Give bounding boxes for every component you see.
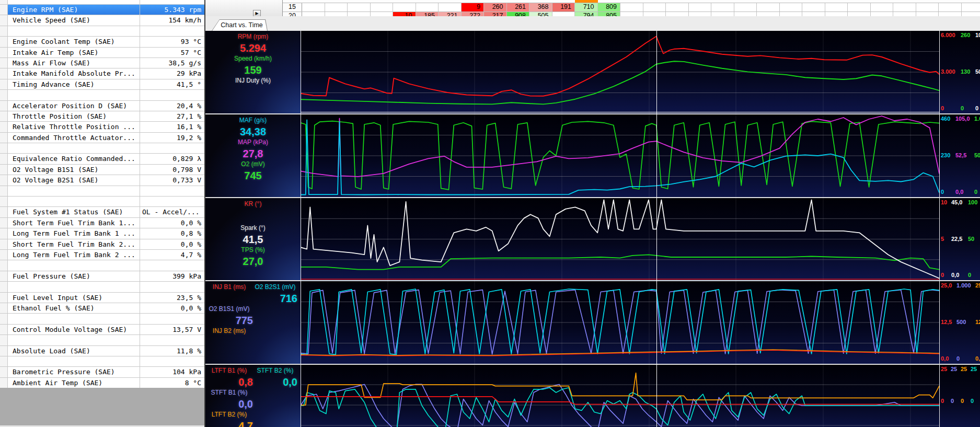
- table-row[interactable]: Control Module Voltage (SAE)13,57 V: [0, 325, 204, 335]
- chart-strip: INJ B1 (ms)O2 B2S1 (mV)716O2 B1S1 (mV)77…: [205, 281, 980, 364]
- table-row[interactable]: Barometric Pressure (SAE)104 kPa: [0, 367, 204, 377]
- spreadsheet-row: 926026136819171080915: [283, 3, 980, 12]
- axis-tick-value: 25,0: [941, 282, 954, 288]
- row-gutter: [0, 239, 8, 249]
- axis-tick-value: 0: [941, 272, 949, 278]
- time-cursor[interactable]: [656, 31, 657, 427]
- table-row[interactable]: Engine Coolant Temp (SAE)93 °C: [0, 37, 204, 47]
- table-row[interactable]: [0, 260, 204, 271]
- chart-plot-area[interactable]: [301, 31, 939, 113]
- legend-label: INJ Duty (%): [219, 77, 287, 84]
- legend-value: 4,7: [205, 420, 256, 427]
- row-gutter: [0, 90, 8, 100]
- table-row[interactable]: Long Term Fuel Trim Bank 2 ...4,7 %: [0, 250, 204, 260]
- param-name: O2 Voltage B2S1 (SAE): [8, 175, 140, 185]
- table-row[interactable]: Fuel Level Input (SAE)23,5 %: [0, 293, 204, 303]
- param-name: [8, 186, 140, 196]
- axis-max-row: 25,01.00025,0: [941, 282, 980, 288]
- row-gutter: [0, 207, 8, 217]
- table-row[interactable]: Intake Manifold Absolute Pr...29 kPa: [0, 68, 204, 79]
- table-row[interactable]: Timing Advance (SAE)41,5 °: [0, 79, 204, 90]
- chart-plot-area[interactable]: [301, 114, 939, 197]
- spreadsheet-cell: 261: [507, 3, 530, 11]
- param-name: Commanded Throttle Actuator...: [8, 133, 140, 143]
- axis-tick-value: 0: [968, 272, 979, 278]
- table-row[interactable]: [0, 143, 204, 154]
- param-value: 16,1 %: [140, 122, 204, 132]
- row-gutter: [0, 48, 8, 57]
- table-row[interactable]: Mass Air Flow (SAE)38,5 g/s: [0, 58, 204, 68]
- chart-plot-area[interactable]: [301, 281, 939, 364]
- legend-label: LTFT B2 (%): [205, 411, 253, 418]
- table-row[interactable]: Relative Throttle Position ...16,1 %: [0, 122, 204, 132]
- plot-left-border: [301, 31, 301, 427]
- legend-label: TPS (%): [219, 246, 287, 253]
- chart-svg: [301, 365, 939, 427]
- table-row[interactable]: [0, 335, 204, 345]
- param-name: Short Term Fuel Trim Bank 1...: [8, 218, 140, 228]
- chart-panel[interactable]: RPM (rpm)5.294Speed (km/h)159INJ Duty (%…: [205, 31, 980, 427]
- spreadsheet-cell: [962, 3, 980, 11]
- legend-value: 716: [253, 293, 299, 305]
- table-row[interactable]: [0, 197, 204, 207]
- table-row[interactable]: Ethanol Fuel % (SAE)0,0 %: [0, 303, 204, 314]
- table-header-stub: [0, 0, 204, 5]
- row-gutter: [0, 186, 8, 196]
- table-row[interactable]: [0, 314, 204, 324]
- table-row[interactable]: [0, 186, 204, 197]
- table-row[interactable]: [0, 90, 204, 100]
- table-row[interactable]: Absolute Load (SAE)11,8 %: [0, 346, 204, 356]
- spreadsheet-cell: [302, 3, 325, 11]
- table-row[interactable]: Ambient Air Temp (SAE)8 °C: [0, 378, 204, 388]
- spreadsheet-row-number: 15: [283, 3, 302, 11]
- param-value: 4,7 %: [140, 250, 204, 260]
- table-row[interactable]: Intake Air Temp (SAE)57 °C: [0, 48, 204, 58]
- param-value: 0,0 %: [140, 303, 204, 313]
- table-row[interactable]: Equivalence Ratio Commanded...0,829 λ: [0, 154, 204, 164]
- param-value: 0,8 %: [140, 228, 204, 238]
- series-stft-b2: [301, 388, 939, 427]
- row-gutter: [0, 335, 8, 345]
- param-name: Barometric Pressure (SAE): [8, 367, 140, 377]
- chart-strip: KR (°)Spark (°)41,5TPS (%)27,01045,01005…: [205, 198, 980, 280]
- table-row[interactable]: Short Term Fuel Trim Bank 1...0,0 %: [0, 218, 204, 228]
- row-gutter: [0, 58, 8, 68]
- axis-tick-value: 0,0: [975, 355, 980, 362]
- table-row[interactable]: Accelerator Position D (SAE)20,4 %: [0, 101, 204, 111]
- table-row[interactable]: Short Term Fuel Trim Bank 2...0,0 %: [0, 239, 204, 250]
- table-row[interactable]: Vehicle Speed (SAE)154 km/h: [0, 15, 204, 26]
- spreadsheet-cell: [780, 3, 803, 11]
- axis-tick-value: 0: [941, 105, 959, 111]
- table-row[interactable]: Long Term Fuel Trim Bank 1 ...0,8 %: [0, 228, 204, 239]
- table-row[interactable]: [0, 26, 204, 37]
- axis-max-row: 460105,01.000: [941, 116, 980, 122]
- axis-tick-value: 260: [961, 32, 973, 38]
- param-value: 23,5 %: [140, 293, 204, 303]
- table-row[interactable]: [0, 356, 204, 367]
- tab-chart-vs-time[interactable]: Chart vs. Time: [212, 19, 268, 31]
- row-gutter: [0, 303, 8, 313]
- axis-tick-value: 100: [975, 32, 980, 38]
- table-row[interactable]: Fuel Pressure (SAE)399 kPa: [0, 271, 204, 282]
- series-o2: [301, 121, 939, 190]
- chart-axis-scale: 25,01.00025,012,550012,50,000,0: [939, 281, 980, 364]
- param-value: [140, 197, 204, 206]
- spreadsheet-cell: [371, 3, 394, 11]
- chart-axis-scale: 1045,0100522,55000,00: [939, 198, 980, 280]
- table-row[interactable]: Commanded Throttle Actuator...19,2 %: [0, 133, 204, 143]
- table-row[interactable]: Throttle Position (SAE)27,1 %: [0, 111, 204, 122]
- table-row[interactable]: Fuel System #1 Status (SAE)OL - Accel/..…: [0, 207, 204, 217]
- param-value: [140, 356, 204, 366]
- legend-value: 41,5: [219, 234, 287, 246]
- table-row[interactable]: [0, 282, 204, 292]
- chart-plot-area[interactable]: [301, 365, 939, 427]
- chart-plot-area[interactable]: [301, 198, 939, 280]
- table-row[interactable]: O2 Voltage B1S1 (SAE)0,798 V: [0, 165, 204, 175]
- table-row[interactable]: O2 Voltage B2S1 (SAE)0,733 V: [0, 175, 204, 186]
- spreadsheet-cell: [393, 3, 416, 11]
- row-gutter: [0, 26, 8, 36]
- axis-mid-row: 3.00013050: [941, 68, 980, 75]
- table-row[interactable]: Engine RPM (SAE)5.343 rpm: [0, 5, 204, 15]
- chart-strip: RPM (rpm)5.294Speed (km/h)159INJ Duty (%…: [205, 31, 980, 113]
- param-value: OL - Accel/...: [140, 207, 204, 217]
